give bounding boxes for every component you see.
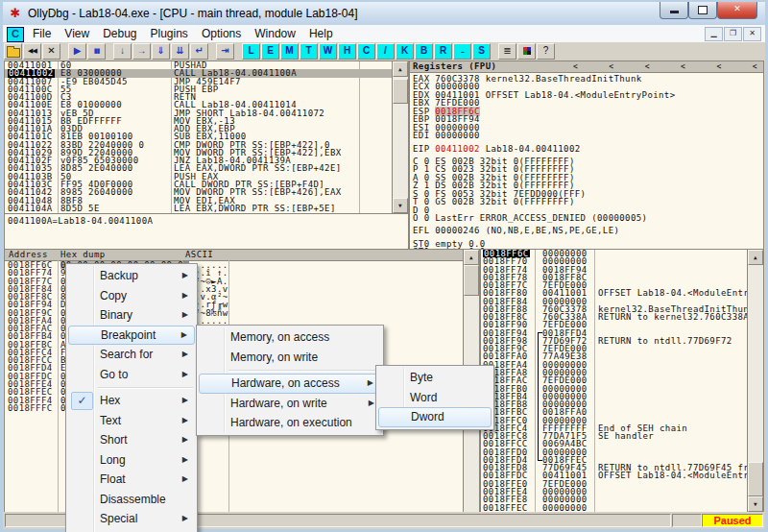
scroll-up-icon[interactable]: ▲: [748, 250, 763, 265]
appearance-button[interactable]: [517, 43, 536, 60]
submenu-item-byte[interactable]: Byte: [378, 368, 492, 388]
menu-item-hex[interactable]: ✓Hex▶: [68, 391, 195, 411]
scroll-thumb[interactable]: [393, 79, 408, 104]
menu-item-short[interactable]: Short▶: [68, 430, 195, 450]
submenu-item-hardware-on-write[interactable]: Hardware, on write▶: [199, 394, 381, 414]
menu-item-breakpoint[interactable]: Breakpoint▶: [68, 326, 195, 346]
hex-dump-header[interactable]: Hex dump: [60, 250, 106, 260]
menu-item-disassemble[interactable]: Disassemble: [68, 490, 195, 510]
menu-item-go-to[interactable]: Go to▶: [68, 365, 195, 385]
menubar-item-help[interactable]: Help: [302, 25, 340, 42]
mdi-close-button[interactable]: ✕: [743, 27, 761, 41]
mdi-minimize-button[interactable]: ▁: [705, 27, 723, 41]
cpu-window-icon[interactable]: C: [7, 27, 24, 42]
caret-icon[interactable]: <: [645, 61, 650, 72]
execute-till-return-button[interactable]: ↵: [190, 43, 208, 60]
address-header[interactable]: Address: [9, 250, 48, 260]
column-divider: [594, 352, 595, 360]
view-patches-button[interactable]: /: [376, 43, 395, 60]
help-button[interactable]: ?: [537, 43, 555, 60]
menu-item-search-for[interactable]: Search for▶: [68, 345, 195, 365]
menu-item-float[interactable]: Float▶: [68, 470, 195, 490]
menubar-item-view[interactable]: View: [58, 25, 96, 42]
title-bar[interactable]: ✱ OllyDbg - Lab18-04.exe - [CPU - main t…: [3, 2, 765, 25]
column-divider: [594, 472, 595, 479]
step-into-button[interactable]: ↓: [113, 43, 132, 60]
menu-item-backup[interactable]: Backup▶: [68, 266, 195, 286]
caret-icon[interactable]: <: [573, 61, 578, 72]
submenu-item-dword[interactable]: Dword: [378, 407, 492, 427]
submenu-item-word[interactable]: Word: [378, 388, 492, 408]
view-threads-button[interactable]: T: [300, 43, 318, 60]
menubar-item-options[interactable]: Options: [195, 25, 248, 42]
register-line[interactable]: EFL 00000246 (NO,NB,E,BE,NS,PE,GE,LE): [410, 227, 763, 234]
register-line[interactable]: EIP 00411002 Lab18-04.00411002: [410, 145, 763, 153]
scroll-thumb[interactable]: [748, 462, 763, 496]
caret-icon[interactable]: <: [681, 61, 685, 72]
view-cpu-button[interactable]: C: [357, 43, 375, 60]
registers-pane[interactable]: Registers (FPU) <<<<<< EAX 760C3378 kern…: [409, 60, 764, 250]
register-line[interactable]: O 0 LastErr ERROR_ACCESS_DENIED (0000000…: [410, 214, 763, 222]
close-program-button[interactable]: ✕: [42, 43, 60, 60]
column-divider: [535, 352, 536, 360]
menu-item-special[interactable]: Special▶: [68, 509, 195, 529]
stack-scrollbar[interactable]: ▲ ▼: [747, 249, 764, 513]
animate-over-button[interactable]: ⇊: [171, 43, 189, 60]
stack-pane[interactable]: 0018FF6C000000000018FF70000000000018FF74…: [480, 249, 751, 513]
view-executables-button[interactable]: E: [261, 43, 279, 60]
caret-icon[interactable]: <: [716, 61, 721, 72]
menu-item-copy[interactable]: Copy▶: [68, 286, 195, 306]
disasm-row[interactable]: 0041104A8D5D 5ELEA EBX,DWORD PTR SS:[EBP…: [5, 205, 393, 212]
disassembly-pane[interactable]: 0041100160PUSHAD00411002E8 03000000CALL …: [4, 60, 394, 214]
windows-list-button[interactable]: ≣: [498, 43, 516, 60]
close-button[interactable]: ✕: [717, 2, 757, 19]
restart-button[interactable]: ◀◀: [23, 43, 41, 60]
menubar-item-debug[interactable]: Debug: [96, 25, 143, 42]
register-line[interactable]: EDI 00000000: [410, 132, 763, 139]
scroll-down-icon[interactable]: ▼: [393, 198, 408, 213]
view-runtrace-button[interactable]: ...: [453, 43, 471, 60]
ascii-header[interactable]: ASCII: [185, 250, 213, 260]
submenu-item-memory-on-access[interactable]: Memory, on access: [199, 327, 381, 348]
column-divider: [535, 408, 536, 416]
caret-icon[interactable]: <: [609, 61, 613, 72]
minimize-button[interactable]: [660, 2, 688, 19]
view-breakpoints-button[interactable]: B: [415, 43, 433, 60]
scroll-up-icon[interactable]: ▲: [393, 61, 408, 77]
view-memory-button[interactable]: M: [280, 43, 299, 60]
view-references-button[interactable]: R: [434, 43, 452, 60]
submenu-item-memory-on-write[interactable]: Memory, on write: [199, 348, 381, 368]
submenu-item-hardware-on-access[interactable]: Hardware, on access▶: [199, 374, 381, 394]
view-handles-button[interactable]: H: [338, 43, 356, 60]
menu-item-binary[interactable]: Binary▶: [68, 305, 195, 326]
go-to-address-button[interactable]: ⇥: [216, 43, 234, 60]
animate-into-button[interactable]: ⇓: [152, 43, 170, 60]
scroll-up-icon[interactable]: ▲: [464, 250, 479, 265]
mdi-restore-button[interactable]: ❐: [724, 27, 742, 41]
view-source-button[interactable]: S: [472, 43, 491, 60]
menubar-item-file[interactable]: File: [26, 25, 58, 42]
submenu-item-hardware-on-execution[interactable]: Hardware, on execution: [199, 413, 381, 433]
menu-item-text[interactable]: Text▶: [68, 411, 195, 431]
view-callstack-button[interactable]: K: [396, 43, 414, 60]
dump-address: 0018FFFC: [8, 404, 53, 412]
view-log-button[interactable]: L: [242, 43, 260, 60]
scroll-thumb[interactable]: [464, 265, 479, 296]
run-button[interactable]: ▶: [68, 43, 86, 60]
restore-button[interactable]: [688, 2, 717, 19]
step-over-button[interactable]: →: [132, 43, 151, 60]
disassembly-scrollbar[interactable]: ▲ ▼: [392, 60, 409, 214]
menubar-item-window[interactable]: Window: [248, 25, 302, 42]
column-divider: [594, 369, 595, 376]
open-file-button[interactable]: [4, 43, 22, 60]
column-divider: [535, 250, 536, 257]
menubar-item-plugins[interactable]: Plugins: [144, 25, 195, 42]
view-windows-button[interactable]: W: [319, 43, 337, 60]
registers-carets[interactable]: <<<<<<: [573, 61, 757, 72]
pause-button[interactable]: ▮▮: [87, 43, 106, 60]
column-divider: [535, 298, 536, 305]
menu-item-long[interactable]: Long▶: [68, 450, 195, 471]
register-line[interactable]: T 0 GS 002B 32bit 0(FFFFFFFF): [410, 198, 763, 206]
caret-icon[interactable]: <: [753, 61, 757, 72]
scroll-down-icon[interactable]: ▼: [748, 496, 763, 512]
